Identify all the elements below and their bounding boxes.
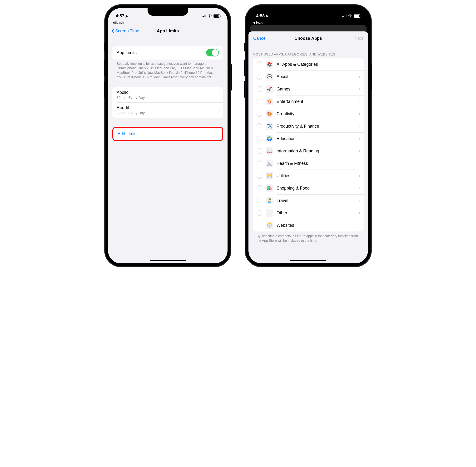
chevron-right-icon: › [359, 197, 360, 204]
category-label: Social [276, 74, 355, 79]
radio-button[interactable] [257, 198, 262, 203]
category-label: Other [276, 210, 355, 216]
nav-back-button[interactable]: Screen Time [111, 28, 139, 34]
app-limits-switch[interactable] [206, 49, 219, 56]
category-label: Education [276, 136, 355, 141]
category-label: Games [276, 87, 355, 92]
category-row[interactable]: 💬Social› [253, 70, 364, 83]
radio-button[interactable] [257, 185, 262, 191]
category-icon: 💬 [266, 73, 273, 80]
status-time: 4:58 [256, 13, 265, 19]
chevron-left-icon [111, 28, 115, 34]
category-row[interactable]: ⋯Other› [253, 207, 364, 219]
radio-button[interactable] [257, 74, 262, 79]
category-icon: 🧮 [266, 172, 273, 180]
limit-name: Reddit [117, 105, 129, 110]
notch [148, 8, 188, 16]
category-list: 📚All Apps & Categories💬Social›🚀Games›🍿En… [253, 58, 364, 232]
home-indicator[interactable] [150, 260, 186, 261]
radio-button[interactable] [257, 136, 262, 142]
radio-button[interactable] [257, 173, 262, 179]
chevron-right-icon: › [359, 185, 360, 191]
chevron-right-icon: › [359, 123, 360, 129]
category-icon: 🚀 [266, 85, 273, 93]
limit-detail: 30min, Every Day [117, 111, 145, 115]
limits-list: Apollo 30min, Every Day › Reddit 30min, … [112, 87, 223, 118]
category-label: Creativity [276, 111, 355, 117]
radio-button[interactable] [257, 62, 262, 67]
location-icon: ➤ [125, 14, 128, 18]
category-icon: 🚲 [266, 160, 273, 167]
add-limit-button[interactable]: Add Limit [113, 128, 222, 140]
radio-button[interactable] [257, 111, 262, 117]
category-label: Travel [276, 198, 355, 203]
category-icon: ⋯ [266, 209, 273, 217]
limit-row-reddit[interactable]: Reddit 30min, Every Day › [112, 103, 223, 118]
limit-detail: 30min, Every Day [117, 95, 145, 100]
category-icon: 📖 [266, 147, 273, 155]
category-row[interactable]: 🍿Entertainment› [253, 95, 364, 108]
category-icon: 📚 [266, 61, 273, 68]
phone-right: 4:58 ➤ ◀ Search Cancel Choose Apps Next … [245, 5, 371, 267]
category-row[interactable]: ✈️Productivity & Finance› [253, 120, 364, 132]
chevron-right-icon: › [218, 107, 220, 113]
category-label: Productivity & Finance [276, 124, 355, 129]
wifi-icon [208, 14, 212, 18]
category-row[interactable]: 🚲Health & Fitness› [253, 157, 364, 169]
modal-background-card [250, 25, 366, 31]
category-row[interactable]: 📖Information & Reading› [253, 145, 364, 157]
category-row[interactable]: 🧭Websites› [253, 219, 364, 232]
category-label: Shopping & Food [276, 186, 355, 191]
chevron-right-icon: › [359, 98, 360, 104]
modal-nav: Cancel Choose Apps Next [249, 31, 368, 45]
chevron-right-icon: › [359, 222, 360, 228]
back-triangle-icon: ◀ [253, 21, 255, 24]
radio-button[interactable] [257, 123, 262, 129]
category-row[interactable]: 🧮Utilities› [253, 169, 364, 182]
nav-bar: Screen Time App Limits [108, 25, 227, 37]
battery-icon [354, 14, 360, 18]
category-row[interactable]: 🌍Education› [253, 132, 364, 145]
add-limit-highlight: Add Limit [112, 127, 223, 141]
cellular-icon [342, 14, 347, 17]
chevron-right-icon: › [359, 135, 360, 142]
status-time: 4:57 [116, 13, 124, 19]
nav-title: App Limits [157, 29, 179, 34]
home-indicator[interactable] [290, 260, 326, 261]
phone-left: 4:57 ➤ ◀ Search Screen Time App Limits [105, 5, 231, 267]
wifi-icon [348, 14, 352, 18]
limit-name: Apollo [117, 90, 128, 95]
cancel-button[interactable]: Cancel [253, 36, 267, 41]
category-icon: 🎨 [266, 110, 273, 118]
chevron-right-icon: › [218, 92, 220, 98]
radio-button[interactable] [257, 148, 262, 154]
radio-button[interactable] [257, 99, 262, 104]
breadcrumb-back[interactable]: ◀ Search [249, 21, 368, 25]
battery-icon [213, 14, 220, 18]
category-row[interactable]: 🚀Games› [253, 83, 364, 95]
category-icon: 🍿 [266, 98, 273, 105]
category-row[interactable]: 📚All Apps & Categories [253, 58, 364, 70]
modal-title: Choose Apps [294, 36, 322, 41]
category-label: All Apps & Categories [276, 62, 360, 67]
category-row[interactable]: 🎨Creativity› [253, 108, 364, 120]
modal-sheet: Cancel Choose Apps Next MOST USED APPS, … [249, 31, 368, 263]
radio-button[interactable] [257, 210, 262, 216]
chevron-right-icon: › [359, 160, 360, 167]
category-row[interactable]: 🏝️Travel› [253, 194, 364, 207]
chevron-right-icon: › [359, 210, 360, 216]
category-label: Entertainment [276, 99, 355, 104]
breadcrumb-back[interactable]: ◀ Search [108, 21, 227, 25]
category-icon: 🌍 [266, 135, 273, 143]
radio-button[interactable] [257, 160, 262, 166]
category-row[interactable]: 🛍️Shopping & Food› [253, 182, 364, 194]
location-icon: ➤ [266, 14, 269, 18]
next-button[interactable]: Next [354, 36, 363, 41]
chevron-right-icon: › [359, 148, 360, 154]
limit-row-apollo[interactable]: Apollo 30min, Every Day › [112, 87, 223, 103]
radio-button[interactable] [257, 86, 262, 92]
category-label: Utilities [276, 173, 355, 178]
category-label: Websites [276, 223, 355, 228]
app-limits-toggle-row[interactable]: App Limits [112, 46, 223, 60]
chevron-right-icon: › [359, 111, 360, 117]
